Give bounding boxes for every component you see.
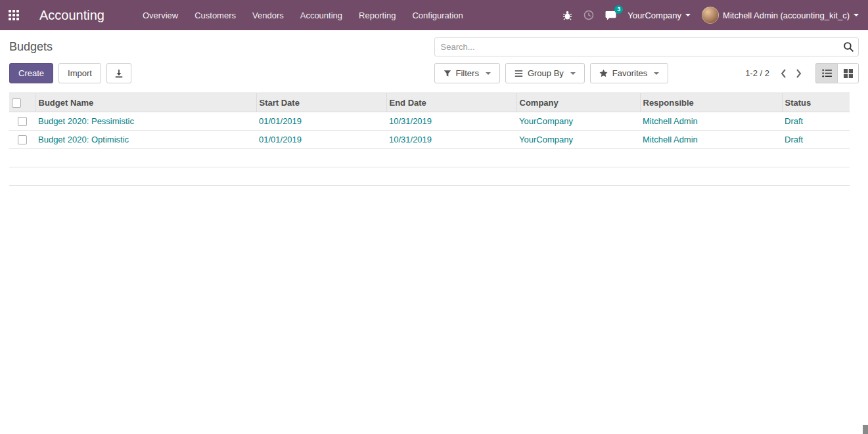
message-count-badge: 3 xyxy=(614,5,623,14)
user-name-label: Mitchell Admin (accounting_kit_c) xyxy=(723,11,850,20)
cell-responsible[interactable]: Mitchell Admin xyxy=(640,131,782,149)
view-switcher xyxy=(815,63,859,83)
chevron-down-icon xyxy=(570,72,576,75)
cell-budget-name[interactable]: Budget 2020: Optimistic xyxy=(35,131,256,149)
company-switcher[interactable]: YourCompany xyxy=(628,11,691,20)
favorites-star-icon xyxy=(599,69,608,77)
menu-vendors[interactable]: Vendors xyxy=(252,11,284,20)
breadcrumb-page-title: Budgets xyxy=(9,40,53,53)
company-switcher-label: YourCompany xyxy=(628,11,681,20)
search-icon[interactable] xyxy=(843,41,854,53)
column-header-end-date[interactable]: End Date xyxy=(386,93,516,112)
pager-next-icon[interactable] xyxy=(791,66,806,81)
apps-menu-icon[interactable] xyxy=(5,7,22,24)
empty-row xyxy=(9,149,850,167)
pager: 1-2 / 2 xyxy=(745,66,806,81)
kanban-view-icon xyxy=(844,69,853,78)
pager-and-views: 1-2 / 2 xyxy=(745,63,859,83)
cell-start-date[interactable]: 01/01/2019 xyxy=(256,112,386,131)
activities-clock-icon[interactable] xyxy=(583,10,594,20)
menu-customers[interactable]: Customers xyxy=(194,11,236,20)
control-panel: Budgets Create Import xyxy=(0,30,868,186)
favorites-label: Favorites xyxy=(612,69,647,77)
menu-accounting[interactable]: Accounting xyxy=(300,11,342,20)
table-row[interactable]: Budget 2020: Pessimistic 01/01/2019 10/3… xyxy=(9,112,850,131)
search-box xyxy=(434,37,859,56)
create-button[interactable]: Create xyxy=(9,63,53,83)
kanban-view-button[interactable] xyxy=(837,63,859,83)
user-menu[interactable]: Mitchell Admin (accounting_kit_c) xyxy=(702,7,859,24)
vertical-scrollbar-thumb[interactable] xyxy=(863,425,868,434)
chevron-down-icon xyxy=(486,72,491,75)
chevron-down-icon xyxy=(854,14,859,16)
top-navbar: Accounting Overview Customers Vendors Ac… xyxy=(0,0,868,30)
column-header-status[interactable]: Status xyxy=(782,93,850,112)
cell-start-date[interactable]: 01/01/2019 xyxy=(256,131,386,149)
select-all-checkbox[interactable] xyxy=(12,98,21,108)
cell-company[interactable]: YourCompany xyxy=(516,131,640,149)
row-checkbox-cell xyxy=(9,112,35,131)
messages-icon[interactable]: 3 xyxy=(605,11,616,20)
table-row[interactable]: Budget 2020: Optimistic 01/01/2019 10/31… xyxy=(9,131,850,149)
filters-button[interactable]: Filters xyxy=(434,63,500,83)
column-header-budget-name[interactable]: Budget Name xyxy=(35,93,256,112)
app-title[interactable]: Accounting xyxy=(39,8,104,23)
empty-row xyxy=(9,167,850,186)
cell-responsible[interactable]: Mitchell Admin xyxy=(640,112,782,131)
chevron-down-icon xyxy=(685,14,691,16)
group-by-icon xyxy=(514,70,523,77)
list-view-button[interactable] xyxy=(815,63,837,83)
table-header-row: Budget Name Start Date End Date Company … xyxy=(9,93,850,112)
debug-bug-icon[interactable] xyxy=(562,11,572,20)
avatar xyxy=(702,7,719,24)
export-button[interactable] xyxy=(106,63,131,83)
row-checkbox[interactable] xyxy=(18,135,27,144)
menu-reporting[interactable]: Reporting xyxy=(359,11,396,20)
search-tools: Filters Group By Favorites xyxy=(434,63,669,83)
pager-range: 1-2 / 2 xyxy=(745,68,769,78)
column-header-responsible[interactable]: Responsible xyxy=(640,93,782,112)
download-icon xyxy=(114,69,124,78)
navbar-right-tools: 3 YourCompany Mitchell Admin (accounting… xyxy=(562,7,859,24)
column-header-company[interactable]: Company xyxy=(516,93,640,112)
filter-icon xyxy=(444,70,451,77)
group-by-label: Group By xyxy=(528,69,564,77)
select-all-header-cell xyxy=(9,93,35,112)
import-button[interactable]: Import xyxy=(58,63,101,83)
search-input[interactable] xyxy=(434,37,859,56)
pager-previous-icon[interactable] xyxy=(776,66,791,81)
cell-status[interactable]: Draft xyxy=(782,112,850,131)
cell-end-date[interactable]: 10/31/2019 xyxy=(386,131,516,149)
favorites-button[interactable]: Favorites xyxy=(590,63,668,83)
cell-status[interactable]: Draft xyxy=(782,131,850,149)
menu-overview[interactable]: Overview xyxy=(143,11,178,20)
chevron-down-icon xyxy=(654,72,659,75)
group-by-button[interactable]: Group By xyxy=(505,63,585,83)
cell-company[interactable]: YourCompany xyxy=(516,112,640,131)
row-checkbox-cell xyxy=(9,131,35,149)
filters-label: Filters xyxy=(456,69,479,77)
column-header-start-date[interactable]: Start Date xyxy=(256,93,386,112)
list-view-icon xyxy=(822,69,832,77)
budgets-list-table: Budget Name Start Date End Date Company … xyxy=(9,93,850,186)
cell-end-date[interactable]: 10/31/2019 xyxy=(386,112,516,131)
main-menu: Overview Customers Vendors Accounting Re… xyxy=(143,11,480,20)
row-checkbox[interactable] xyxy=(18,117,27,126)
menu-configuration[interactable]: Configuration xyxy=(412,11,463,20)
cell-budget-name[interactable]: Budget 2020: Pessimistic xyxy=(35,112,256,131)
action-buttons: Create Import xyxy=(9,63,434,83)
